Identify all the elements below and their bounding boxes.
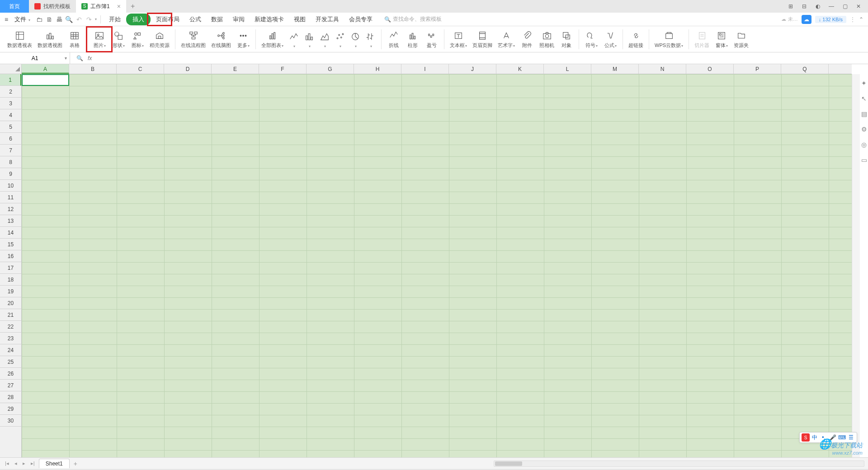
- col-header[interactable]: G: [307, 64, 354, 74]
- menu-data[interactable]: 数据: [207, 14, 227, 25]
- col-header[interactable]: F: [259, 64, 307, 74]
- pivotchart-button[interactable]: 数据透视图: [35, 28, 65, 51]
- side-style-icon[interactable]: ✦: [861, 80, 867, 87]
- form-button[interactable]: 窗体▾: [712, 28, 731, 51]
- textbox-button[interactable]: 文本框▾: [447, 28, 470, 51]
- equation-button[interactable]: 公式▾: [601, 28, 620, 51]
- menu-layout[interactable]: 页面布局: [151, 14, 184, 25]
- row-header[interactable]: 13: [0, 215, 21, 227]
- row-header[interactable]: 25: [0, 356, 21, 368]
- chart-area-button[interactable]: ▾: [317, 28, 332, 51]
- row-header[interactable]: 27: [0, 380, 21, 391]
- hamburger-icon[interactable]: ≡: [5, 16, 8, 23]
- row-header[interactable]: 4: [0, 109, 21, 121]
- pivottable-button[interactable]: 数据透视表: [5, 28, 35, 51]
- col-header[interactable]: J: [449, 64, 496, 74]
- chart-stock-button[interactable]: ▾: [363, 28, 378, 51]
- attachment-button[interactable]: 附件: [518, 28, 537, 51]
- fx-icon[interactable]: fx: [88, 55, 92, 61]
- save-icon[interactable]: 🗎: [45, 15, 54, 24]
- symbol-button[interactable]: 符号▾: [582, 28, 601, 51]
- side-book-icon[interactable]: ▭: [861, 156, 867, 164]
- col-header[interactable]: N: [639, 64, 686, 74]
- row-header[interactable]: 15: [0, 239, 21, 250]
- print-icon[interactable]: 🖶: [55, 15, 64, 24]
- hyperlink-button[interactable]: 超链接: [626, 28, 646, 51]
- row-header[interactable]: 2: [0, 86, 21, 98]
- sheet-prev-icon[interactable]: ◂: [13, 461, 19, 466]
- selected-cell[interactable]: [22, 74, 69, 86]
- vertical-scrollbar[interactable]: [852, 74, 860, 457]
- menu-start[interactable]: 开始: [104, 14, 125, 25]
- row-header[interactable]: 19: [0, 286, 21, 297]
- menu-insert[interactable]: 插入: [126, 14, 151, 25]
- object-button[interactable]: 对象: [557, 28, 576, 51]
- apps-icon[interactable]: ⊟: [798, 3, 810, 9]
- col-header[interactable]: K: [496, 64, 544, 74]
- row-header[interactable]: 8: [0, 156, 21, 168]
- row-header[interactable]: 18: [0, 274, 21, 286]
- side-layout-icon[interactable]: ▤: [861, 110, 867, 118]
- col-header[interactable]: B: [69, 64, 117, 74]
- name-box[interactable]: ▾: [0, 52, 70, 64]
- row-header[interactable]: 11: [0, 192, 21, 203]
- sparkline-button[interactable]: 折线: [384, 28, 403, 51]
- headerfooter-button[interactable]: 页眉页脚: [470, 28, 495, 51]
- col-header[interactable]: C: [117, 64, 164, 74]
- all-charts-button[interactable]: 全部图表▾: [259, 28, 286, 51]
- shape-button[interactable]: 形状▾: [109, 28, 128, 51]
- col-header[interactable]: D: [164, 64, 212, 74]
- row-header[interactable]: 23: [0, 333, 21, 344]
- col-header[interactable]: P: [734, 64, 781, 74]
- row-header[interactable]: 24: [0, 344, 21, 356]
- row-header[interactable]: 14: [0, 227, 21, 239]
- online-mindmap-button[interactable]: 在线脑图: [208, 28, 234, 51]
- row-header[interactable]: 3: [0, 98, 21, 109]
- resource-button[interactable]: 资源夹: [731, 28, 751, 51]
- row-header[interactable]: 22: [0, 321, 21, 333]
- icon-button[interactable]: 图标▾: [128, 28, 147, 51]
- chart-bar-button[interactable]: ▾: [302, 28, 317, 51]
- undo-icon[interactable]: ↶: [75, 15, 84, 24]
- row-header[interactable]: 10: [0, 180, 21, 192]
- redo-icon[interactable]: ↷: [85, 15, 94, 24]
- row-header[interactable]: 12: [0, 203, 21, 215]
- wps-cloud-button[interactable]: WPS云数据▾: [652, 28, 686, 51]
- row-header[interactable]: 26: [0, 368, 21, 380]
- chart-pie-button[interactable]: ▾: [348, 28, 363, 51]
- collapse-ribbon-icon[interactable]: ⌃: [859, 16, 863, 23]
- col-header[interactable]: H: [354, 64, 401, 74]
- row-header[interactable]: 5: [0, 121, 21, 133]
- chart-line-button[interactable]: ▾: [286, 28, 302, 51]
- row-header[interactable]: 28: [0, 391, 21, 403]
- row-header[interactable]: 29: [0, 403, 21, 415]
- row-header[interactable]: 1: [0, 74, 21, 86]
- sync-status[interactable]: ☁ 未…: [781, 16, 798, 23]
- col-header[interactable]: E: [212, 64, 259, 74]
- side-settings-icon[interactable]: ⚙: [861, 126, 867, 133]
- chevron-down-icon[interactable]: ▾: [65, 56, 67, 61]
- chart-scatter-button[interactable]: ▾: [332, 28, 348, 51]
- tab-template[interactable]: 找稻壳模板: [29, 0, 76, 13]
- sheet-tab[interactable]: Sheet1: [39, 459, 70, 468]
- ime-lang[interactable]: 中: [811, 433, 819, 442]
- qat-more-icon[interactable]: ▾: [95, 17, 97, 21]
- col-header[interactable]: L: [544, 64, 591, 74]
- row-header[interactable]: 30: [0, 415, 21, 427]
- side-select-icon[interactable]: ↖: [861, 95, 867, 102]
- add-tab-button[interactable]: +: [126, 2, 139, 10]
- row-header[interactable]: 7: [0, 145, 21, 156]
- menu-newtab[interactable]: 新建选项卡: [250, 14, 288, 25]
- table-button[interactable]: 表格: [65, 28, 84, 51]
- horizontal-scrollbar[interactable]: [494, 461, 864, 467]
- layout-icon[interactable]: ⊞: [785, 3, 797, 9]
- menu-dev[interactable]: 开发工具: [311, 14, 344, 25]
- preview-icon[interactable]: 🔍: [65, 15, 74, 24]
- profile-icon[interactable]: ◐: [812, 3, 824, 9]
- search-fx-icon[interactable]: 🔍: [76, 55, 83, 61]
- more-button[interactable]: 更多▾: [234, 28, 253, 51]
- online-flowchart-button[interactable]: 在线流程图: [178, 28, 208, 51]
- col-header[interactable]: I: [401, 64, 449, 74]
- sheet-last-icon[interactable]: ▸|: [29, 461, 36, 466]
- row-header[interactable]: 20: [0, 297, 21, 309]
